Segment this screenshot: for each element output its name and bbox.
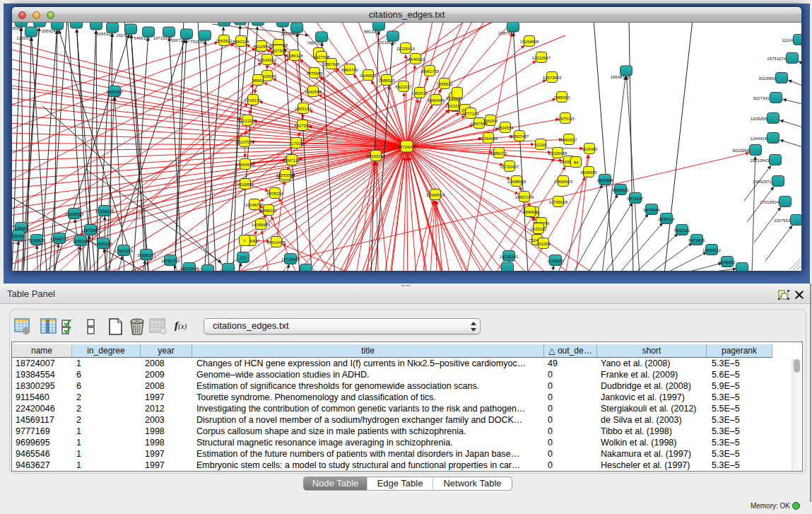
svg-text:62160: 62160 bbox=[535, 143, 547, 147]
svg-text:10807487: 10807487 bbox=[510, 134, 529, 139]
svg-text:12975115: 12975115 bbox=[556, 117, 575, 121]
svg-text:8938923: 8938923 bbox=[612, 188, 629, 192]
svg-text:1145194: 1145194 bbox=[73, 239, 90, 243]
svg-text:252254: 252254 bbox=[536, 242, 551, 246]
svg-text:18300295: 18300295 bbox=[367, 154, 386, 158]
svg-text:84: 84 bbox=[574, 160, 579, 165]
svg-text:17359938: 17359938 bbox=[95, 209, 114, 214]
svg-text:8215958: 8215958 bbox=[733, 148, 750, 153]
svg-text:8912954: 8912954 bbox=[253, 45, 270, 49]
svg-text:11325419: 11325419 bbox=[396, 47, 416, 51]
svg-text:16782759: 16782759 bbox=[161, 259, 180, 263]
svg-text:12505185: 12505185 bbox=[94, 242, 113, 246]
svg-text:11353394: 11353394 bbox=[276, 173, 295, 177]
svg-text:10107553: 10107553 bbox=[235, 140, 254, 144]
svg-text:18907249: 18907249 bbox=[515, 195, 534, 199]
svg-text:39159: 39159 bbox=[13, 234, 25, 238]
svg-text:7663822: 7663822 bbox=[216, 39, 233, 43]
svg-text:14136141: 14136141 bbox=[500, 255, 519, 259]
svg-text:12213967: 12213967 bbox=[532, 56, 551, 60]
svg-text:10046786: 10046786 bbox=[245, 203, 264, 207]
svg-text:10958187: 10958187 bbox=[137, 253, 156, 257]
svg-text:15720407: 15720407 bbox=[500, 165, 519, 169]
svg-text:9639695: 9639695 bbox=[580, 170, 597, 175]
svg-text:15692971: 15692971 bbox=[753, 180, 772, 184]
svg-text:16033809: 16033809 bbox=[281, 32, 300, 36]
svg-text:1615112: 1615112 bbox=[531, 227, 548, 231]
svg-text:2803144: 2803144 bbox=[295, 107, 312, 111]
svg-text:8471676: 8471676 bbox=[688, 238, 705, 243]
svg-text:10688609: 10688609 bbox=[507, 180, 526, 184]
svg-text:9474444: 9474444 bbox=[643, 208, 660, 212]
svg-text:9115460: 9115460 bbox=[582, 147, 599, 151]
svg-text:8322037: 8322037 bbox=[395, 85, 412, 89]
svg-text:16210643: 16210643 bbox=[750, 158, 769, 163]
svg-text:3875685: 3875685 bbox=[306, 71, 323, 76]
svg-text:8427552: 8427552 bbox=[294, 124, 311, 128]
svg-text:10653267: 10653267 bbox=[97, 32, 116, 36]
svg-text:10654112: 10654112 bbox=[702, 248, 722, 252]
svg-text:16671355: 16671355 bbox=[171, 38, 190, 42]
svg-text:7386372: 7386372 bbox=[490, 151, 507, 156]
svg-text:1244418: 1244418 bbox=[751, 136, 767, 141]
svg-text:15751074: 15751074 bbox=[767, 57, 786, 61]
svg-text:11124: 11124 bbox=[782, 38, 793, 42]
svg-text:16543362: 16543362 bbox=[258, 58, 277, 62]
svg-text:19654985: 19654985 bbox=[236, 163, 255, 167]
svg-text:19654923: 19654923 bbox=[554, 180, 573, 184]
svg-text:7857224: 7857224 bbox=[307, 41, 324, 45]
svg-text:16154808: 16154808 bbox=[520, 40, 539, 44]
svg-text:1588520: 1588520 bbox=[378, 78, 395, 83]
svg-text:12213389: 12213389 bbox=[238, 119, 257, 123]
svg-text:1916852: 1916852 bbox=[237, 182, 254, 187]
svg-text:1498222: 1498222 bbox=[260, 209, 277, 213]
svg-text:9327505: 9327505 bbox=[270, 49, 287, 53]
svg-text:14099489: 14099489 bbox=[252, 223, 271, 227]
svg-text:10973493: 10973493 bbox=[543, 76, 562, 80]
svg-text:1156829: 1156829 bbox=[29, 238, 46, 243]
svg-text:7515526: 7515526 bbox=[190, 40, 207, 44]
svg-text:6879197: 6879197 bbox=[627, 197, 644, 201]
svg-text:12942737: 12942737 bbox=[50, 237, 69, 241]
svg-text:7632621: 7632621 bbox=[673, 228, 690, 233]
svg-text:21364436: 21364436 bbox=[479, 136, 498, 141]
svg-text:19384554: 19384554 bbox=[426, 193, 445, 197]
svg-text:2905334: 2905334 bbox=[106, 90, 123, 94]
svg-text:1640954: 1640954 bbox=[596, 178, 613, 182]
svg-text:18724007: 18724007 bbox=[397, 145, 416, 149]
svg-text:6466160: 6466160 bbox=[134, 36, 151, 40]
svg-text:10719155: 10719155 bbox=[153, 36, 172, 40]
svg-text:8454749: 8454749 bbox=[341, 68, 358, 72]
svg-text:2867608: 2867608 bbox=[323, 62, 340, 66]
svg-text:1209358: 1209358 bbox=[751, 117, 767, 121]
svg-text:15716485: 15716485 bbox=[281, 257, 300, 262]
svg-text:8267130: 8267130 bbox=[283, 158, 300, 163]
svg-text:1167533: 1167533 bbox=[774, 218, 791, 223]
svg-text:20206558: 20206558 bbox=[65, 212, 84, 216]
svg-text:1362615: 1362615 bbox=[411, 91, 428, 95]
svg-text:9777169: 9777169 bbox=[462, 112, 479, 116]
svg-text:17957255: 17957255 bbox=[114, 249, 134, 253]
svg-text:10025458: 10025458 bbox=[548, 151, 567, 156]
svg-text:8990448: 8990448 bbox=[428, 98, 445, 103]
svg-text:317006: 317006 bbox=[289, 141, 304, 146]
svg-text:19218506: 19218506 bbox=[377, 40, 396, 45]
svg-text:8878334: 8878334 bbox=[266, 192, 283, 196]
svg-text:9242848: 9242848 bbox=[305, 90, 322, 94]
svg-text:6497568: 6497568 bbox=[471, 122, 488, 126]
svg-text:8186328: 8186328 bbox=[286, 54, 303, 58]
svg-text:7485063: 7485063 bbox=[553, 95, 570, 100]
svg-text:20691406: 20691406 bbox=[42, 29, 61, 33]
svg-text:1527602: 1527602 bbox=[116, 33, 133, 37]
svg-text:9146821: 9146821 bbox=[360, 74, 377, 78]
svg-text:2087682: 2087682 bbox=[498, 31, 515, 35]
svg-text:10756928: 10756928 bbox=[549, 200, 568, 204]
svg-text:98961: 98961 bbox=[252, 78, 264, 83]
svg-text:3824554: 3824554 bbox=[497, 126, 514, 130]
svg-text:16648784: 16648784 bbox=[611, 75, 630, 79]
svg-text:184067: 184067 bbox=[523, 210, 538, 214]
svg-text:2718176: 2718176 bbox=[245, 98, 261, 103]
svg-text:18640910: 18640910 bbox=[406, 57, 425, 62]
svg-text:14914479: 14914479 bbox=[267, 240, 286, 245]
svg-text:9329966: 9329966 bbox=[759, 76, 776, 81]
